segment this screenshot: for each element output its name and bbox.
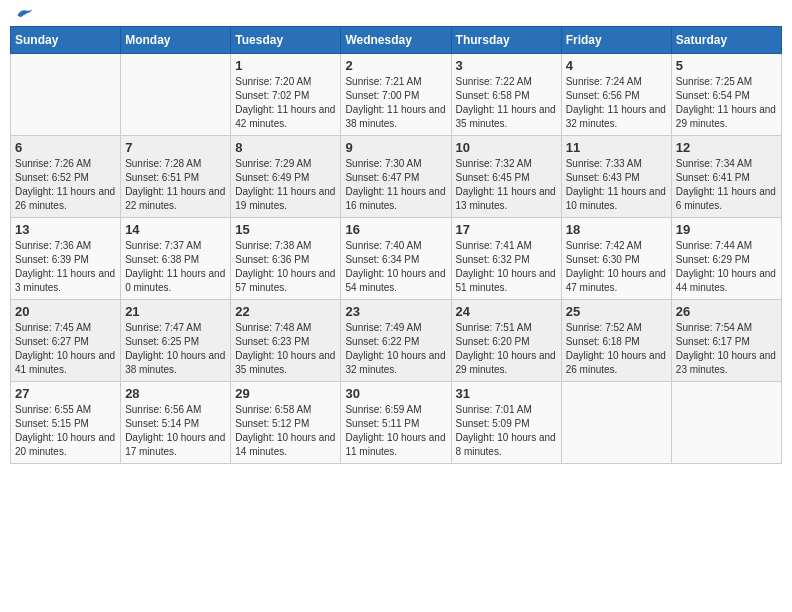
calendar-cell: 2Sunrise: 7:21 AM Sunset: 7:00 PM Daylig… bbox=[341, 54, 451, 136]
calendar-cell: 11Sunrise: 7:33 AM Sunset: 6:43 PM Dayli… bbox=[561, 136, 671, 218]
day-content: Sunrise: 7:41 AM Sunset: 6:32 PM Dayligh… bbox=[456, 239, 557, 295]
day-number: 2 bbox=[345, 58, 446, 73]
day-number: 30 bbox=[345, 386, 446, 401]
day-number: 29 bbox=[235, 386, 336, 401]
day-number: 24 bbox=[456, 304, 557, 319]
calendar-cell: 21Sunrise: 7:47 AM Sunset: 6:25 PM Dayli… bbox=[121, 300, 231, 382]
calendar-cell: 29Sunrise: 6:58 AM Sunset: 5:12 PM Dayli… bbox=[231, 382, 341, 464]
calendar-cell bbox=[11, 54, 121, 136]
page-header bbox=[10, 10, 782, 18]
day-content: Sunrise: 7:28 AM Sunset: 6:51 PM Dayligh… bbox=[125, 157, 226, 213]
calendar-weekday: Saturday bbox=[671, 27, 781, 54]
day-content: Sunrise: 7:26 AM Sunset: 6:52 PM Dayligh… bbox=[15, 157, 116, 213]
day-number: 18 bbox=[566, 222, 667, 237]
calendar-weekday: Wednesday bbox=[341, 27, 451, 54]
calendar-week-row: 1Sunrise: 7:20 AM Sunset: 7:02 PM Daylig… bbox=[11, 54, 782, 136]
day-content: Sunrise: 6:59 AM Sunset: 5:11 PM Dayligh… bbox=[345, 403, 446, 459]
day-content: Sunrise: 7:40 AM Sunset: 6:34 PM Dayligh… bbox=[345, 239, 446, 295]
calendar-cell: 28Sunrise: 6:56 AM Sunset: 5:14 PM Dayli… bbox=[121, 382, 231, 464]
calendar-table: SundayMondayTuesdayWednesdayThursdayFrid… bbox=[10, 26, 782, 464]
day-content: Sunrise: 7:29 AM Sunset: 6:49 PM Dayligh… bbox=[235, 157, 336, 213]
day-number: 25 bbox=[566, 304, 667, 319]
calendar-weekday: Thursday bbox=[451, 27, 561, 54]
day-content: Sunrise: 7:24 AM Sunset: 6:56 PM Dayligh… bbox=[566, 75, 667, 131]
day-content: Sunrise: 7:20 AM Sunset: 7:02 PM Dayligh… bbox=[235, 75, 336, 131]
calendar-cell: 14Sunrise: 7:37 AM Sunset: 6:38 PM Dayli… bbox=[121, 218, 231, 300]
calendar-cell bbox=[121, 54, 231, 136]
day-content: Sunrise: 7:25 AM Sunset: 6:54 PM Dayligh… bbox=[676, 75, 777, 131]
calendar-weekday: Monday bbox=[121, 27, 231, 54]
calendar-cell: 20Sunrise: 7:45 AM Sunset: 6:27 PM Dayli… bbox=[11, 300, 121, 382]
calendar-weekday: Friday bbox=[561, 27, 671, 54]
day-content: Sunrise: 7:01 AM Sunset: 5:09 PM Dayligh… bbox=[456, 403, 557, 459]
day-number: 3 bbox=[456, 58, 557, 73]
calendar-cell: 4Sunrise: 7:24 AM Sunset: 6:56 PM Daylig… bbox=[561, 54, 671, 136]
day-content: Sunrise: 7:22 AM Sunset: 6:58 PM Dayligh… bbox=[456, 75, 557, 131]
day-content: Sunrise: 6:55 AM Sunset: 5:15 PM Dayligh… bbox=[15, 403, 116, 459]
day-number: 17 bbox=[456, 222, 557, 237]
day-number: 19 bbox=[676, 222, 777, 237]
calendar-cell: 23Sunrise: 7:49 AM Sunset: 6:22 PM Dayli… bbox=[341, 300, 451, 382]
day-number: 6 bbox=[15, 140, 116, 155]
day-number: 16 bbox=[345, 222, 446, 237]
day-number: 23 bbox=[345, 304, 446, 319]
day-number: 4 bbox=[566, 58, 667, 73]
calendar-cell: 10Sunrise: 7:32 AM Sunset: 6:45 PM Dayli… bbox=[451, 136, 561, 218]
day-content: Sunrise: 7:34 AM Sunset: 6:41 PM Dayligh… bbox=[676, 157, 777, 213]
calendar-cell: 3Sunrise: 7:22 AM Sunset: 6:58 PM Daylig… bbox=[451, 54, 561, 136]
day-content: Sunrise: 7:45 AM Sunset: 6:27 PM Dayligh… bbox=[15, 321, 116, 377]
calendar-cell: 12Sunrise: 7:34 AM Sunset: 6:41 PM Dayli… bbox=[671, 136, 781, 218]
day-number: 11 bbox=[566, 140, 667, 155]
calendar-cell: 6Sunrise: 7:26 AM Sunset: 6:52 PM Daylig… bbox=[11, 136, 121, 218]
day-number: 15 bbox=[235, 222, 336, 237]
logo-bird-icon bbox=[14, 2, 34, 22]
day-number: 22 bbox=[235, 304, 336, 319]
calendar-cell: 16Sunrise: 7:40 AM Sunset: 6:34 PM Dayli… bbox=[341, 218, 451, 300]
day-content: Sunrise: 7:37 AM Sunset: 6:38 PM Dayligh… bbox=[125, 239, 226, 295]
calendar-cell: 15Sunrise: 7:38 AM Sunset: 6:36 PM Dayli… bbox=[231, 218, 341, 300]
day-content: Sunrise: 7:30 AM Sunset: 6:47 PM Dayligh… bbox=[345, 157, 446, 213]
calendar-cell bbox=[671, 382, 781, 464]
day-content: Sunrise: 7:32 AM Sunset: 6:45 PM Dayligh… bbox=[456, 157, 557, 213]
calendar-cell: 25Sunrise: 7:52 AM Sunset: 6:18 PM Dayli… bbox=[561, 300, 671, 382]
day-content: Sunrise: 7:38 AM Sunset: 6:36 PM Dayligh… bbox=[235, 239, 336, 295]
day-number: 20 bbox=[15, 304, 116, 319]
calendar-cell bbox=[561, 382, 671, 464]
calendar-cell: 31Sunrise: 7:01 AM Sunset: 5:09 PM Dayli… bbox=[451, 382, 561, 464]
calendar-cell: 13Sunrise: 7:36 AM Sunset: 6:39 PM Dayli… bbox=[11, 218, 121, 300]
day-number: 28 bbox=[125, 386, 226, 401]
calendar-cell: 17Sunrise: 7:41 AM Sunset: 6:32 PM Dayli… bbox=[451, 218, 561, 300]
day-number: 1 bbox=[235, 58, 336, 73]
calendar-cell: 22Sunrise: 7:48 AM Sunset: 6:23 PM Dayli… bbox=[231, 300, 341, 382]
day-content: Sunrise: 7:33 AM Sunset: 6:43 PM Dayligh… bbox=[566, 157, 667, 213]
day-content: Sunrise: 7:42 AM Sunset: 6:30 PM Dayligh… bbox=[566, 239, 667, 295]
calendar-weekday: Sunday bbox=[11, 27, 121, 54]
calendar-week-row: 20Sunrise: 7:45 AM Sunset: 6:27 PM Dayli… bbox=[11, 300, 782, 382]
day-content: Sunrise: 7:48 AM Sunset: 6:23 PM Dayligh… bbox=[235, 321, 336, 377]
calendar-week-row: 6Sunrise: 7:26 AM Sunset: 6:52 PM Daylig… bbox=[11, 136, 782, 218]
day-number: 9 bbox=[345, 140, 446, 155]
calendar-cell: 9Sunrise: 7:30 AM Sunset: 6:47 PM Daylig… bbox=[341, 136, 451, 218]
day-content: Sunrise: 7:54 AM Sunset: 6:17 PM Dayligh… bbox=[676, 321, 777, 377]
day-content: Sunrise: 7:52 AM Sunset: 6:18 PM Dayligh… bbox=[566, 321, 667, 377]
day-number: 8 bbox=[235, 140, 336, 155]
day-number: 27 bbox=[15, 386, 116, 401]
day-content: Sunrise: 6:56 AM Sunset: 5:14 PM Dayligh… bbox=[125, 403, 226, 459]
day-number: 14 bbox=[125, 222, 226, 237]
day-content: Sunrise: 7:49 AM Sunset: 6:22 PM Dayligh… bbox=[345, 321, 446, 377]
day-content: Sunrise: 6:58 AM Sunset: 5:12 PM Dayligh… bbox=[235, 403, 336, 459]
day-number: 26 bbox=[676, 304, 777, 319]
calendar-cell: 8Sunrise: 7:29 AM Sunset: 6:49 PM Daylig… bbox=[231, 136, 341, 218]
day-number: 10 bbox=[456, 140, 557, 155]
calendar-header-row: SundayMondayTuesdayWednesdayThursdayFrid… bbox=[11, 27, 782, 54]
logo bbox=[14, 10, 34, 18]
calendar-cell: 24Sunrise: 7:51 AM Sunset: 6:20 PM Dayli… bbox=[451, 300, 561, 382]
day-number: 13 bbox=[15, 222, 116, 237]
calendar-cell: 1Sunrise: 7:20 AM Sunset: 7:02 PM Daylig… bbox=[231, 54, 341, 136]
calendar-cell: 30Sunrise: 6:59 AM Sunset: 5:11 PM Dayli… bbox=[341, 382, 451, 464]
calendar-cell: 19Sunrise: 7:44 AM Sunset: 6:29 PM Dayli… bbox=[671, 218, 781, 300]
day-number: 7 bbox=[125, 140, 226, 155]
day-number: 31 bbox=[456, 386, 557, 401]
day-content: Sunrise: 7:44 AM Sunset: 6:29 PM Dayligh… bbox=[676, 239, 777, 295]
calendar-weekday: Tuesday bbox=[231, 27, 341, 54]
